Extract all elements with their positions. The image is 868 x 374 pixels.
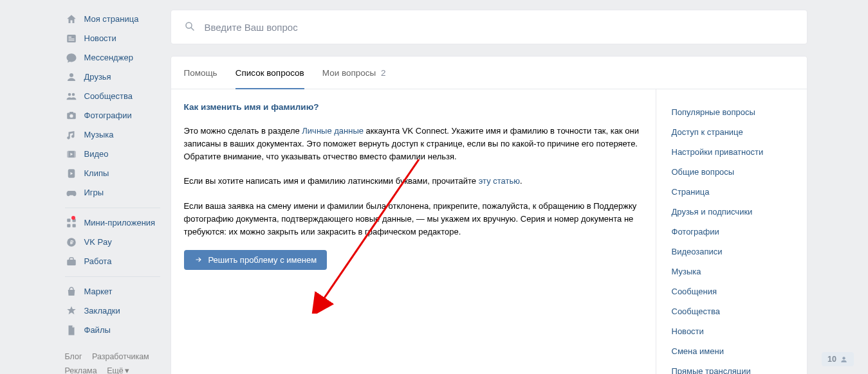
personal-data-link[interactable]: Личные данные [302, 126, 364, 136]
category-item[interactable]: Популярные вопросы [656, 102, 807, 122]
category-item[interactable]: Сообщества [656, 301, 807, 321]
sidebar-item-clips[interactable]: Клипы [61, 164, 164, 183]
sidebar-item-label: Видео [84, 148, 109, 161]
community-icon [65, 90, 78, 103]
footer-more-link[interactable]: Ещё▾ [107, 366, 129, 374]
sidebar-item-label: Моя страница [84, 13, 139, 26]
sidebar-item-photos[interactable]: Фотографии [61, 106, 164, 125]
svg-rect-14 [67, 218, 70, 222]
svg-rect-12 [74, 151, 75, 158]
arrow-right-icon [194, 255, 203, 264]
svg-point-21 [186, 22, 192, 28]
category-item[interactable]: Страница [656, 182, 807, 202]
sidebar-item-miniapps[interactable]: Мини-приложения [61, 213, 164, 233]
this-article-link[interactable]: эту статью [479, 176, 520, 186]
article-paragraph: Если вы хотите написать имя и фамилию ла… [184, 175, 640, 188]
tab-help[interactable]: Помощь [184, 57, 217, 89]
sidebar-item-label: Фотографии [84, 109, 132, 122]
svg-text:₽: ₽ [69, 240, 73, 245]
svg-rect-16 [67, 224, 70, 227]
category-item[interactable]: Сообщения [656, 281, 807, 301]
category-item[interactable]: Прямые трансляции [656, 361, 807, 374]
category-item[interactable]: Друзья и подписчики [656, 202, 807, 222]
tabs-row: Помощь Список вопросов Мои вопросы 2 [171, 57, 807, 89]
sidebar: Моя страница Новости Мессенджер Друзья С… [61, 10, 171, 374]
person-icon [840, 355, 848, 364]
sidebar-item-work[interactable]: Работа [61, 252, 164, 271]
tab-label: Мои вопросы [322, 68, 376, 78]
sidebar-item-label: Закладки [84, 305, 120, 317]
sidebar-item-music[interactable]: Музыка [61, 125, 164, 145]
sidebar-item-label: Мессенджер [84, 51, 133, 64]
svg-point-5 [68, 93, 71, 96]
sidebar-item-label: Друзья [84, 71, 111, 84]
sidebar-item-my-page[interactable]: Моя страница [61, 10, 164, 29]
sidebar-item-vkpay[interactable]: ₽ VK Pay [61, 233, 164, 252]
sidebar-item-label: Мини-приложения [84, 217, 156, 229]
article: Как изменить имя и фамилию? Это можно сд… [171, 89, 656, 374]
sidebar-item-video[interactable]: Видео [61, 145, 164, 164]
sidebar-item-news[interactable]: Новости [61, 29, 164, 48]
notification-dot [71, 216, 75, 220]
search-input[interactable] [205, 22, 794, 33]
video-icon [65, 148, 78, 161]
svg-rect-17 [72, 224, 75, 227]
search-card [171, 10, 808, 44]
tab-my-questions[interactable]: Мои вопросы 2 [322, 57, 386, 89]
sidebar-item-label: Музыка [84, 129, 114, 141]
sidebar-item-label: Работа [84, 255, 112, 268]
search-icon [184, 21, 196, 34]
sidebar-divider [65, 208, 160, 208]
sidebar-item-label: Клипы [84, 167, 109, 180]
svg-point-4 [69, 73, 73, 77]
home-icon [65, 13, 78, 26]
sidebar-divider [65, 276, 160, 277]
chevron-down-icon: ▾ [125, 364, 129, 374]
article-title: Как изменить имя и фамилию? [184, 102, 640, 112]
category-item[interactable]: Видеозаписи [656, 242, 807, 262]
games-icon [65, 186, 78, 199]
sidebar-item-communities[interactable]: Сообщества [61, 87, 164, 106]
categories-sidebar: Популярные вопросы Доступ к странице Нас… [656, 89, 807, 374]
svg-line-22 [191, 28, 194, 30]
tab-question-list[interactable]: Список вопросов [235, 57, 304, 89]
footer-ads-link[interactable]: Реклама [65, 366, 97, 374]
bookmarks-icon [65, 305, 78, 317]
solve-name-problem-button[interactable]: Решить проблему с именем [184, 250, 328, 270]
sidebar-item-messenger[interactable]: Мессенджер [61, 48, 164, 67]
button-label: Решить проблему с именем [208, 255, 317, 265]
friends-online-count: 10 [827, 355, 836, 364]
sidebar-item-games[interactable]: Игры [61, 183, 164, 202]
sidebar-item-friends[interactable]: Друзья [61, 67, 164, 87]
news-icon [65, 32, 78, 45]
messenger-icon [65, 51, 78, 64]
svg-rect-1 [68, 37, 71, 38]
vkpay-icon: ₽ [65, 236, 78, 249]
miniapps-icon [65, 217, 78, 229]
sidebar-item-label: VK Pay [84, 236, 112, 249]
category-item[interactable]: Настройки приватности [656, 142, 807, 162]
sidebar-item-market[interactable]: Маркет [61, 282, 164, 301]
category-item[interactable]: Новости [656, 321, 807, 341]
article-paragraph: Это можно сделать в разделе Личные данны… [184, 125, 640, 163]
footer-blog-link[interactable]: Блог [65, 352, 82, 361]
category-item[interactable]: Доступ к странице [656, 122, 807, 142]
category-item[interactable]: Фотографии [656, 222, 807, 242]
svg-rect-3 [68, 40, 74, 40]
category-item[interactable]: Музыка [656, 262, 807, 281]
svg-rect-20 [67, 260, 76, 265]
article-paragraph: Если ваша заявка на смену имени и фамили… [184, 200, 640, 238]
category-item[interactable]: Смена имени [656, 341, 807, 361]
sidebar-item-files[interactable]: Файлы [61, 321, 164, 340]
sidebar-footer: Блог Разработчикам Реклама Ещё▾ [61, 350, 164, 374]
music-icon [65, 129, 78, 141]
clips-icon [65, 167, 78, 180]
category-item[interactable]: Общие вопросы [656, 162, 807, 182]
svg-point-6 [71, 93, 75, 96]
tab-badge: 2 [381, 68, 386, 78]
friends-online-badge[interactable]: 10 [822, 352, 854, 366]
footer-developers-link[interactable]: Разработчикам [92, 352, 149, 361]
sidebar-item-bookmarks[interactable]: Закладки [61, 301, 164, 321]
photo-icon [65, 109, 78, 122]
svg-rect-11 [67, 151, 68, 158]
